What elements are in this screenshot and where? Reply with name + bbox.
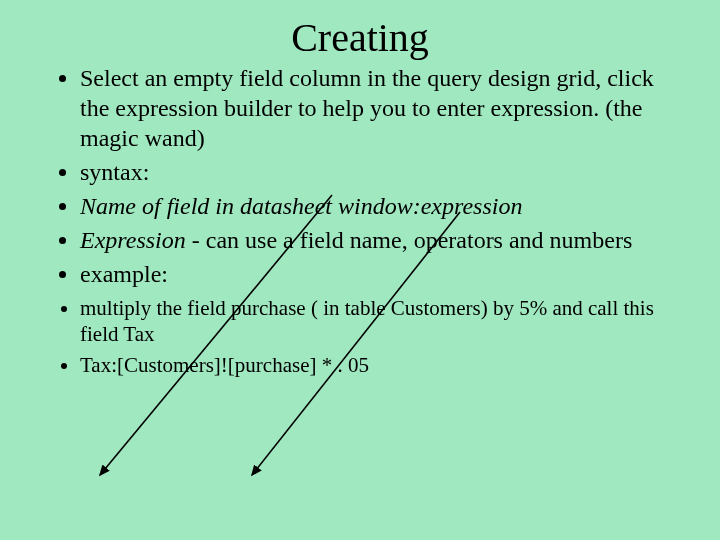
bullet-item-3-text: Name of field in datasheet window:expres… xyxy=(80,193,522,219)
sub-bullet-1: multiply the field purchase ( in table C… xyxy=(80,295,672,348)
slide-title: Creating xyxy=(48,14,672,61)
bullet-item-4: Expression - can use a field name, opera… xyxy=(80,225,672,255)
bullet-item-5: example: xyxy=(80,259,672,289)
bullet-item-4-prefix: Expression xyxy=(80,227,192,253)
sub-bullet-list: multiply the field purchase ( in table C… xyxy=(48,295,672,378)
bullet-item-3: Name of field in datasheet window:expres… xyxy=(80,191,672,221)
bullet-item-4-rest: - can use a field name, operators and nu… xyxy=(192,227,633,253)
bullet-item-1: Select an empty field column in the quer… xyxy=(80,63,672,153)
main-bullet-list: Select an empty field column in the quer… xyxy=(48,63,672,289)
sub-bullet-2: Tax:[Customers]![purchase] * . 05 xyxy=(80,352,672,378)
bullet-item-2: syntax: xyxy=(80,157,672,187)
slide: Creating Select an empty field column in… xyxy=(0,0,720,540)
